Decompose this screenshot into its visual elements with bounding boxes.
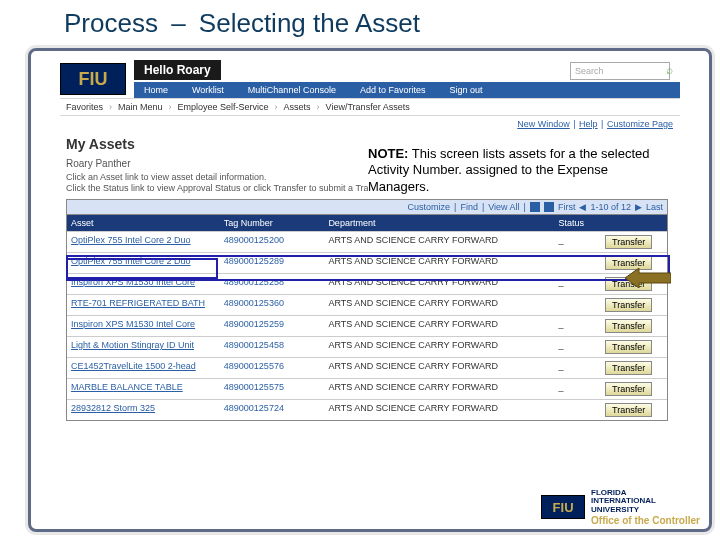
zoom-icon[interactable] [530, 202, 540, 212]
transfer-button[interactable]: Transfer [605, 319, 652, 333]
action-cell: Transfer [601, 316, 667, 336]
breadcrumb: Favorites› Main Menu› Employee Self-Serv… [60, 98, 680, 116]
pager-range: 1-10 of 12 [590, 202, 631, 212]
search-placeholder: Search [575, 66, 604, 76]
footer-office: Office of the Controller [591, 515, 700, 526]
asset-link[interactable]: OptiPlex 755 Intel Core 2 Duo [67, 253, 220, 273]
status-cell [554, 400, 601, 420]
link-new-window[interactable]: New Window [517, 119, 570, 129]
title-prefix: Process [64, 8, 158, 38]
dept-cell: ARTS AND SCIENCE CARRY FORWARD [324, 400, 554, 420]
col-tag: Tag Number [220, 215, 325, 231]
nav-favorites[interactable]: Add to Favorites [360, 85, 426, 95]
tag-cell: 489000125360 [220, 295, 325, 315]
status-cell: _ [554, 358, 601, 378]
nav-console[interactable]: MultiChannel Console [248, 85, 336, 95]
pager-first[interactable]: First [558, 202, 576, 212]
asset-table: Customize | Find | View All | First ◀ 1-… [66, 199, 668, 421]
right-links: New Window | Help | Customize Page [60, 116, 680, 132]
action-cell: Transfer [601, 232, 667, 252]
logo: FIU [60, 63, 126, 95]
asset-link[interactable]: Inspiron XPS M1530 Intel Core [67, 316, 220, 336]
table-row: MARBLE BALANCE TABLE489000125575ARTS AND… [67, 378, 667, 399]
title-suffix: Selecting the Asset [199, 8, 420, 38]
arrow-annotation [625, 268, 671, 288]
status-cell: _ [554, 379, 601, 399]
footer-text: FLORIDA INTERNATIONAL UNIVERSITY Office … [591, 489, 700, 526]
footer-logo: FIU [541, 495, 585, 519]
asset-link[interactable]: Light & Motion Stingray ID Unit [67, 337, 220, 357]
asset-link[interactable]: OptiPlex 755 Intel Core 2 Duo [67, 232, 220, 252]
transfer-button[interactable]: Transfer [605, 382, 652, 396]
crumb-ess[interactable]: Employee Self-Service [178, 102, 269, 112]
table-row: OptiPlex 755 Intel Core 2 Duo48900012528… [67, 252, 667, 273]
transfer-button[interactable]: Transfer [605, 403, 652, 417]
asset-link[interactable]: CE1452TravelLite 1500 2-head [67, 358, 220, 378]
dept-cell: ARTS AND SCIENCE CARRY FORWARD [324, 316, 554, 336]
tag-cell: 489000125724 [220, 400, 325, 420]
col-asset: Asset [67, 215, 220, 231]
table-toolbar: Customize | Find | View All | First ◀ 1-… [67, 200, 667, 215]
tag-cell: 489000125258 [220, 274, 325, 294]
crumb-view[interactable]: View/Transfer Assets [326, 102, 410, 112]
nav-signout[interactable]: Sign out [449, 85, 482, 95]
transfer-button[interactable]: Transfer [605, 298, 652, 312]
note-text: This screen lists assets for a the selec… [368, 146, 650, 194]
crumb-main[interactable]: Main Menu [118, 102, 163, 112]
table-row: 28932812 Storm 325489000125724ARTS AND S… [67, 399, 667, 420]
asset-link[interactable]: MARBLE BALANCE TABLE [67, 379, 220, 399]
status-cell: _ [554, 316, 601, 336]
pager-last[interactable]: Last [646, 202, 663, 212]
status-cell: _ [554, 274, 601, 294]
link-help[interactable]: Help [579, 119, 598, 129]
dept-cell: ARTS AND SCIENCE CARRY FORWARD [324, 274, 554, 294]
crumb-assets[interactable]: Assets [284, 102, 311, 112]
crumb-favorites[interactable]: Favorites [66, 102, 103, 112]
dept-cell: ARTS AND SCIENCE CARRY FORWARD [324, 337, 554, 357]
asset-link[interactable]: Inspiron XPS M1530 Intel Core [67, 274, 220, 294]
search-input[interactable]: Search ⌕ [570, 62, 670, 80]
table-row: Inspiron XPS M1530 Intel Core48900012525… [67, 315, 667, 336]
pager-prev-icon[interactable]: ◀ [579, 202, 586, 212]
note-annotation: NOTE: This screen lists assets for a the… [368, 146, 668, 195]
tool-find[interactable]: Find [460, 202, 478, 212]
tag-cell: 489000125576 [220, 358, 325, 378]
action-cell: Transfer [601, 358, 667, 378]
status-cell: _ [554, 337, 601, 357]
link-customize[interactable]: Customize Page [607, 119, 673, 129]
nav-worklist[interactable]: Worklist [192, 85, 224, 95]
dept-cell: ARTS AND SCIENCE CARRY FORWARD [324, 253, 554, 273]
search-icon[interactable]: ⌕ [666, 63, 673, 77]
col-status: Status [554, 215, 601, 231]
tag-cell: 489000125259 [220, 316, 325, 336]
screenshot-app: Search ⌕ FIU Hello Roary Home Worklist M… [60, 60, 680, 421]
table-row: CE1452TravelLite 1500 2-head489000125576… [67, 357, 667, 378]
table-row: RTE-701 REFRIGERATED BATH489000125360ART… [67, 294, 667, 315]
col-action [601, 215, 667, 231]
action-cell: Transfer [601, 337, 667, 357]
asset-link[interactable]: RTE-701 REFRIGERATED BATH [67, 295, 220, 315]
table-row: Light & Motion Stingray ID Unit489000125… [67, 336, 667, 357]
title-dash: – [171, 8, 185, 38]
nav-home[interactable]: Home [144, 85, 168, 95]
transfer-button[interactable]: Transfer [605, 235, 652, 249]
dept-cell: ARTS AND SCIENCE CARRY FORWARD [324, 379, 554, 399]
table-row: Inspiron XPS M1530 Intel Core48900012525… [67, 273, 667, 294]
action-cell: Transfer [601, 400, 667, 420]
note-label: NOTE: [368, 146, 408, 161]
asset-link[interactable]: 28932812 Storm 325 [67, 400, 220, 420]
status-cell [554, 253, 601, 273]
table-row: OptiPlex 755 Intel Core 2 Duo48900012520… [67, 231, 667, 252]
tool-customize[interactable]: Customize [408, 202, 451, 212]
pager-next-icon[interactable]: ▶ [635, 202, 642, 212]
tool-viewall[interactable]: View All [488, 202, 519, 212]
tag-cell: 489000125289 [220, 253, 325, 273]
col-dept: Department [324, 215, 554, 231]
transfer-button[interactable]: Transfer [605, 361, 652, 375]
table-body: OptiPlex 755 Intel Core 2 Duo48900012520… [67, 231, 667, 420]
download-icon[interactable] [544, 202, 554, 212]
status-cell: _ [554, 232, 601, 252]
slide-title: Process – Selecting the Asset [64, 8, 420, 39]
transfer-button[interactable]: Transfer [605, 340, 652, 354]
tag-cell: 489000125575 [220, 379, 325, 399]
